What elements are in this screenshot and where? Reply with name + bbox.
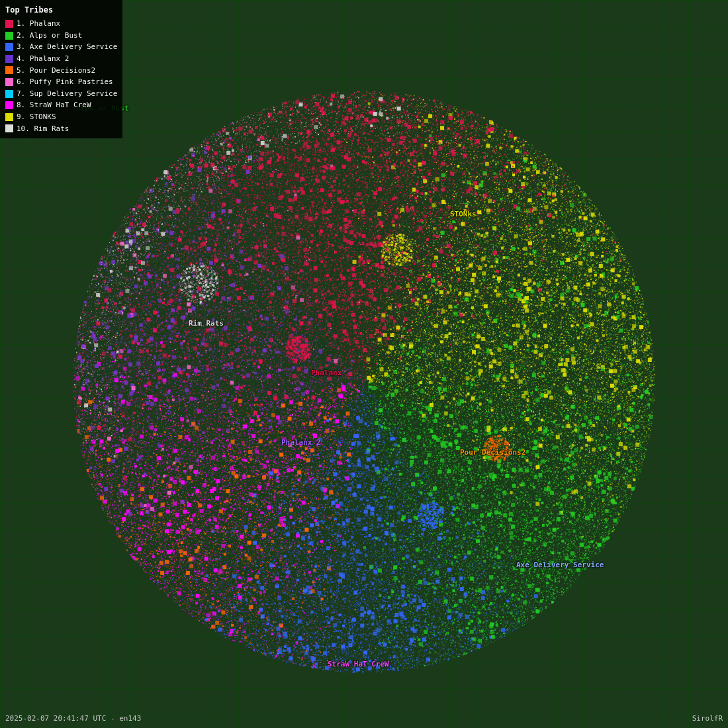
legend-box: Top Tribes 1. Phalanx 2. Alps or Bust 3.… [0, 0, 122, 138]
legend-item-label: 8. StraW HaT CreW [17, 99, 91, 111]
legend-color-swatch [5, 113, 13, 121]
legend-item: 4. Phalanx 2 [5, 53, 117, 65]
legend-items: 1. Phalanx 2. Alps or Bust 3. Axe Delive… [5, 18, 117, 134]
footer-timestamp: 2025-02-07 20:41:47 UTC - en143 [5, 714, 141, 723]
legend-item: 8. StraW HaT CreW [5, 99, 117, 111]
legend-item: 1. Phalanx [5, 18, 117, 30]
legend-color-swatch [5, 124, 13, 132]
map-container: Rim RatsSTONksPhalanxPhalanx 2Pour Decis… [66, 84, 662, 680]
map-canvas [66, 84, 662, 680]
legend-title: Top Tribes [5, 4, 117, 17]
legend-item: 10. Rim Rats [5, 123, 117, 135]
legend-item: 2. Alps or Bust [5, 30, 117, 42]
legend-item: 5. Pour Decisions2 [5, 65, 117, 77]
legend-color-swatch [5, 20, 13, 28]
legend-color-swatch [5, 78, 13, 86]
legend-item: 9. STONKS [5, 111, 117, 123]
legend-item: 6. Puffy Pink Pastries [5, 76, 117, 88]
legend-color-swatch [5, 101, 13, 109]
legend-color-swatch [5, 55, 13, 63]
legend-color-swatch [5, 43, 13, 51]
legend-item-label: 7. Sup Delivery Service [17, 88, 117, 100]
legend-item-label: 6. Puffy Pink Pastries [17, 76, 113, 88]
legend-item-label: 1. Phalanx [17, 18, 60, 30]
legend-item: 7. Sup Delivery Service [5, 88, 117, 100]
footer-author: SirolfR [692, 714, 723, 723]
legend-item: 3. Axe Delivery Service [5, 41, 117, 53]
legend-item-label: 3. Axe Delivery Service [17, 41, 117, 53]
legend-color-swatch [5, 66, 13, 74]
legend-item-label: 4. Phalanx 2 [17, 53, 69, 65]
legend-item-label: 10. Rim Rats [17, 123, 69, 135]
legend-color-swatch [5, 90, 13, 98]
legend-color-swatch [5, 32, 13, 40]
legend-item-label: 9. STONKS [17, 111, 56, 123]
legend-item-label: 2. Alps or Bust [17, 30, 82, 42]
legend-item-label: 5. Pour Decisions2 [17, 65, 95, 77]
